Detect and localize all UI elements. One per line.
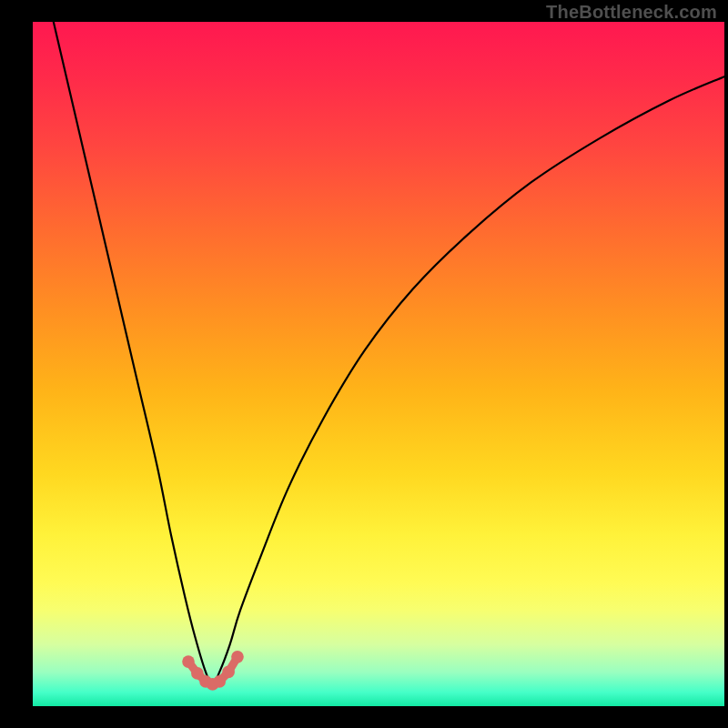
chart-svg [0, 0, 728, 728]
near-minimum-dot [213, 675, 226, 688]
outer-frame: TheBottleneck.com [0, 0, 728, 728]
near-minimum-dot [231, 651, 244, 663]
near-minimum-dot [222, 666, 235, 679]
bottleneck-curve [54, 22, 724, 684]
near-minimum-dot [182, 655, 195, 668]
